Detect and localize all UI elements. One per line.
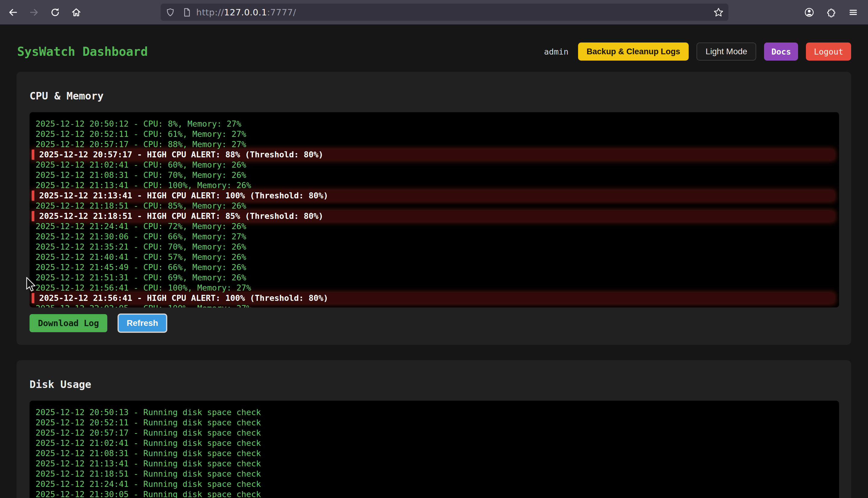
log-line: 2025-12-12 21:51:31 - CPU: 69%, Memory: … bbox=[36, 273, 833, 283]
disk-usage-card-title: Disk Usage bbox=[29, 378, 839, 390]
url-bar[interactable]: http://127.0.0.1:7777/ bbox=[161, 4, 729, 21]
home-icon bbox=[71, 7, 81, 17]
log-line: 2025-12-12 21:08:31 - CPU: 70%, Memory: … bbox=[36, 170, 833, 180]
log-line: 2025-12-12 20:52:11 - CPU: 61%, Memory: … bbox=[36, 129, 833, 139]
account-button[interactable] bbox=[804, 7, 814, 17]
log-line: 2025-12-12 21:02:41 - Running disk space… bbox=[36, 438, 833, 448]
log-alert-line: 2025-12-12 21:18:51 - HIGH CPU ALERT: 85… bbox=[32, 211, 834, 221]
logout-button[interactable]: Logout bbox=[806, 42, 851, 61]
log-line: 2025-12-12 21:45:49 - CPU: 66%, Memory: … bbox=[36, 262, 833, 273]
log-line: 2025-12-12 21:02:41 - CPU: 60%, Memory: … bbox=[36, 160, 833, 170]
log-line: 2025-12-12 22:02:05 - CPU: 100%, Memory:… bbox=[36, 303, 833, 307]
log-line: 2025-12-12 21:18:51 - Running disk space… bbox=[36, 469, 833, 479]
menu-button[interactable] bbox=[848, 7, 858, 17]
shield-icon[interactable] bbox=[165, 8, 175, 17]
log-alert-line: 2025-12-12 21:13:41 - HIGH CPU ALERT: 10… bbox=[32, 191, 834, 201]
log-alert-line: 2025-12-12 21:56:41 - HIGH CPU ALERT: 10… bbox=[32, 293, 834, 303]
docs-button[interactable]: Docs bbox=[764, 42, 798, 61]
log-line: 2025-12-12 21:18:51 - CPU: 85%, Memory: … bbox=[36, 201, 833, 211]
url-text: http://127.0.0.1:7777/ bbox=[196, 7, 296, 17]
page-header: SysWatch Dashboard admin Backup & Cleanu… bbox=[17, 42, 851, 61]
cpu-card-buttons: Download Log Refresh bbox=[29, 314, 839, 333]
log-line: 2025-12-12 21:24:41 - CPU: 72%, Memory: … bbox=[36, 221, 833, 232]
log-line: 2025-12-12 20:57:17 - CPU: 88%, Memory: … bbox=[36, 139, 833, 149]
bookmark-star-button[interactable] bbox=[713, 7, 724, 17]
log-line: 2025-12-12 21:35:21 - CPU: 70%, Memory: … bbox=[36, 242, 833, 252]
extensions-button[interactable] bbox=[826, 7, 836, 17]
log-line: 2025-12-12 21:13:41 - Running disk space… bbox=[36, 459, 833, 469]
log-line: 2025-12-12 21:30:05 - Running disk space… bbox=[36, 489, 833, 498]
back-button[interactable] bbox=[8, 7, 18, 17]
log-line: 2025-12-12 20:52:11 - Running disk space… bbox=[36, 418, 833, 428]
home-button[interactable] bbox=[71, 7, 81, 17]
browser-toolbar: http://127.0.0.1:7777/ bbox=[0, 0, 868, 24]
back-arrow-icon bbox=[8, 7, 18, 17]
cpu-memory-card-title: CPU & Memory bbox=[29, 90, 839, 102]
forward-arrow-icon bbox=[29, 7, 39, 17]
forward-button[interactable] bbox=[29, 7, 39, 17]
disk-log-console[interactable]: 2025-12-12 20:50:13 - Running disk space… bbox=[29, 401, 839, 498]
reload-button[interactable] bbox=[50, 7, 60, 17]
log-alert-line: 2025-12-12 20:57:17 - HIGH CPU ALERT: 88… bbox=[32, 149, 834, 160]
url-port-path: :7777/ bbox=[267, 7, 296, 17]
log-line: 2025-12-12 21:40:41 - CPU: 57%, Memory: … bbox=[36, 252, 833, 262]
reload-icon bbox=[50, 7, 60, 17]
log-line: 2025-12-12 21:24:41 - Running disk space… bbox=[36, 479, 833, 489]
page-title: SysWatch Dashboard bbox=[17, 44, 148, 58]
download-log-button[interactable]: Download Log bbox=[29, 314, 107, 332]
browser-right-buttons bbox=[804, 7, 868, 17]
header-actions: admin Backup & Cleanup Logs Light Mode D… bbox=[544, 42, 851, 61]
log-line: 2025-12-12 20:50:12 - CPU: 8%, Memory: 2… bbox=[36, 119, 833, 129]
light-mode-button[interactable]: Light Mode bbox=[696, 42, 757, 61]
log-line: 2025-12-12 20:50:13 - Running disk space… bbox=[36, 407, 833, 418]
puzzle-piece-icon bbox=[826, 7, 836, 18]
url-host: 127.0.0.1 bbox=[224, 7, 267, 17]
log-line: 2025-12-12 21:30:06 - CPU: 66%, Memory: … bbox=[36, 232, 833, 242]
log-line: 2025-12-12 21:56:41 - CPU: 100%, Memory:… bbox=[36, 283, 833, 293]
log-line: 2025-12-12 21:08:31 - Running disk space… bbox=[36, 448, 833, 459]
browser-nav-buttons bbox=[0, 7, 81, 17]
refresh-button[interactable]: Refresh bbox=[118, 314, 167, 333]
cpu-log-console[interactable]: 2025-12-12 20:50:12 - CPU: 8%, Memory: 2… bbox=[29, 112, 839, 307]
page-info-icon[interactable] bbox=[182, 8, 191, 17]
star-icon bbox=[713, 7, 724, 17]
cpu-memory-card: CPU & Memory 2025-12-12 20:50:12 - CPU: … bbox=[16, 72, 851, 345]
log-line: 2025-12-12 21:13:41 - CPU: 100%, Memory:… bbox=[36, 180, 833, 191]
admin-user-label: admin bbox=[544, 47, 569, 56]
account-icon bbox=[804, 7, 814, 18]
hamburger-menu-icon bbox=[848, 7, 858, 18]
url-scheme: http:// bbox=[196, 7, 224, 17]
backup-cleanup-logs-button[interactable]: Backup & Cleanup Logs bbox=[578, 42, 689, 61]
log-line: 2025-12-12 20:57:17 - Running disk space… bbox=[36, 428, 833, 438]
disk-usage-card: Disk Usage 2025-12-12 20:50:13 - Running… bbox=[16, 360, 851, 498]
